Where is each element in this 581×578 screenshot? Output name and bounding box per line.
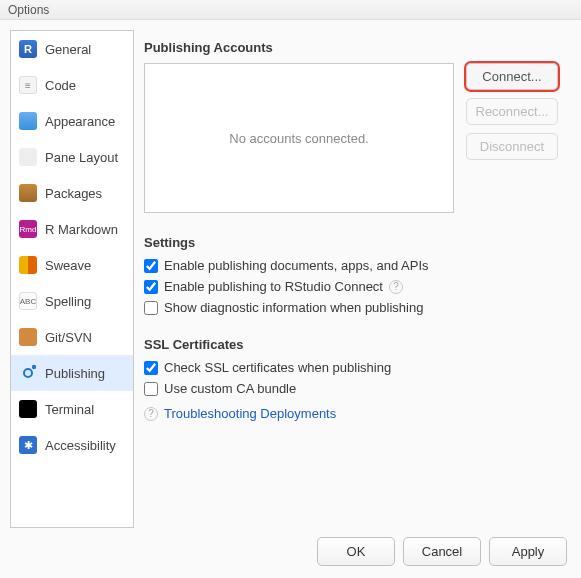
help-icon[interactable]: ? (144, 407, 158, 421)
show-diagnostic-checkbox[interactable] (144, 301, 158, 315)
sidebar-item-label: Appearance (45, 114, 115, 129)
document-icon: ≡ (19, 76, 37, 94)
reconnect-button: Reconnect... (466, 98, 558, 125)
r-logo-icon: R (19, 40, 37, 58)
sidebar-item-label: Packages (45, 186, 102, 201)
check-ssl-checkbox[interactable] (144, 361, 158, 375)
cardboard-box-icon (19, 328, 37, 346)
sidebar-item-label: General (45, 42, 91, 57)
terminal-icon (19, 400, 37, 418)
sidebar-item-label: Code (45, 78, 76, 93)
custom-ca-checkbox[interactable] (144, 382, 158, 396)
sidebar-item-label: Publishing (45, 366, 105, 381)
sidebar-item-spelling[interactable]: ABC Spelling (11, 283, 133, 319)
paint-bucket-icon (19, 112, 37, 130)
help-icon[interactable]: ? (389, 280, 403, 294)
enable-publish-docs-checkbox[interactable] (144, 259, 158, 273)
show-diagnostic-row[interactable]: Show diagnostic information when publish… (144, 300, 571, 315)
ssl-heading: SSL Certificates (144, 337, 571, 352)
sidebar-item-terminal[interactable]: Terminal (11, 391, 133, 427)
sidebar-item-label: Sweave (45, 258, 91, 273)
accounts-buttons: Connect... Reconnect... Disconnect (466, 63, 558, 168)
sidebar-item-publishing[interactable]: Publishing (11, 355, 133, 391)
troubleshooting-link[interactable]: Troubleshooting Deployments (164, 406, 336, 421)
enable-publish-connect-label: Enable publishing to RStudio Connect (164, 279, 383, 294)
sidebar-item-label: Pane Layout (45, 150, 118, 165)
svg-point-1 (32, 365, 36, 369)
svg-point-0 (24, 369, 32, 377)
pane-layout-icon (19, 148, 37, 166)
sidebar-item-general[interactable]: R General (11, 31, 133, 67)
publish-icon (19, 364, 37, 382)
sidebar-item-appearance[interactable]: Appearance (11, 103, 133, 139)
window-title: Options (8, 3, 49, 17)
dialog-footer: OK Cancel Apply (317, 537, 567, 566)
package-box-icon (19, 184, 37, 202)
sidebar-item-pane-layout[interactable]: Pane Layout (11, 139, 133, 175)
check-ssl-row[interactable]: Check SSL certificates when publishing (144, 360, 571, 375)
sidebar-item-label: Git/SVN (45, 330, 92, 345)
accounts-listbox[interactable]: No accounts connected. (144, 63, 454, 213)
sidebar-item-label: Spelling (45, 294, 91, 309)
accessibility-icon: ✱ (19, 436, 37, 454)
accounts-empty-text: No accounts connected. (229, 131, 368, 146)
custom-ca-label: Use custom CA bundle (164, 381, 296, 396)
settings-heading: Settings (144, 235, 571, 250)
sidebar-item-sweave[interactable]: Sweave (11, 247, 133, 283)
show-diagnostic-label: Show diagnostic information when publish… (164, 300, 423, 315)
main-panel: Publishing Accounts No accounts connecte… (144, 30, 571, 528)
check-ssl-label: Check SSL certificates when publishing (164, 360, 391, 375)
rmarkdown-icon: Rmd (19, 220, 37, 238)
enable-publish-docs-row[interactable]: Enable publishing documents, apps, and A… (144, 258, 571, 273)
cancel-button[interactable]: Cancel (403, 537, 481, 566)
apply-button[interactable]: Apply (489, 537, 567, 566)
sidebar-item-label: Accessibility (45, 438, 116, 453)
enable-publish-docs-label: Enable publishing documents, apps, and A… (164, 258, 429, 273)
ok-button[interactable]: OK (317, 537, 395, 566)
sidebar-item-label: R Markdown (45, 222, 118, 237)
window-titlebar: Options (0, 0, 581, 20)
sidebar-item-label: Terminal (45, 402, 94, 417)
sidebar-item-code[interactable]: ≡ Code (11, 67, 133, 103)
sidebar-item-accessibility[interactable]: ✱ Accessibility (11, 427, 133, 463)
publishing-accounts-heading: Publishing Accounts (144, 40, 571, 55)
connect-button[interactable]: Connect... (466, 63, 558, 90)
custom-ca-row[interactable]: Use custom CA bundle (144, 381, 571, 396)
sidebar: R General ≡ Code Appearance Pane Layout … (10, 30, 134, 528)
enable-publish-connect-checkbox[interactable] (144, 280, 158, 294)
spellcheck-icon: ABC (19, 292, 37, 310)
sidebar-item-packages[interactable]: Packages (11, 175, 133, 211)
enable-publish-connect-row[interactable]: Enable publishing to RStudio Connect ? (144, 279, 571, 294)
sweave-icon (19, 256, 37, 274)
sidebar-item-rmarkdown[interactable]: Rmd R Markdown (11, 211, 133, 247)
disconnect-button: Disconnect (466, 133, 558, 160)
sidebar-item-git-svn[interactable]: Git/SVN (11, 319, 133, 355)
